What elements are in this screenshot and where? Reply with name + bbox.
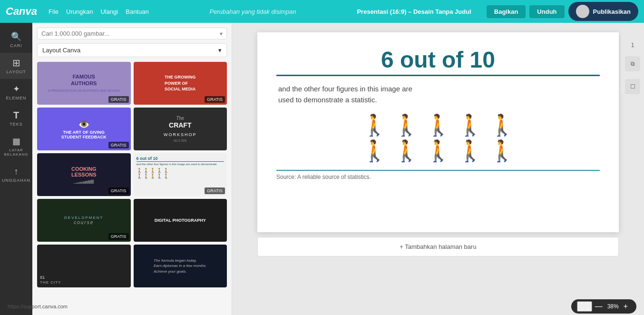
figure-pink-2: 🚶 xyxy=(457,115,483,136)
topnav-menu: File Urungkan Ulangi Bantuan xyxy=(49,8,149,15)
zoom-level: 38% xyxy=(605,303,621,310)
search-icon: 🔍 xyxy=(11,31,21,42)
gratis-badge: GRATIS xyxy=(108,187,129,194)
sidebar-item-layout[interactable]: ⊞ LAYOUT xyxy=(0,53,32,79)
template-label: DIGITAL PHOTOGRAPHY xyxy=(155,218,206,223)
background-icon: ▦ xyxy=(11,136,21,147)
figure-pink-6: 🚶 xyxy=(489,140,515,161)
icon-sidebar: 🔍 CARI ⊞ LAYOUT ✦ ELEMEN T TEKS ▦ LATAR … xyxy=(0,23,32,315)
sidebar-label-unggahan: UNGGAHAN xyxy=(2,178,30,183)
figures-row-1: 🚶 🚶 🚶 🚶 🚶 xyxy=(361,115,515,136)
template-card-city[interactable]: 01THE CITY xyxy=(37,245,131,287)
template-card-quote[interactable]: The formula began today.Earn diplomas in… xyxy=(134,245,227,287)
avatar xyxy=(576,5,589,18)
page-number: 1 xyxy=(631,42,634,49)
gratis-badge: GRATIS xyxy=(205,187,225,194)
topnav: Canva File Urungkan Ulangi Bantuan Perub… xyxy=(0,0,644,23)
template-label: THE ART OF GIVINGSTUDENT FEEDBACK xyxy=(61,130,107,139)
chevron-down-icon: ▾ xyxy=(218,47,222,54)
figure-pink-4: 🚶 xyxy=(425,140,451,161)
right-panel: 1 ⧉ ☐ xyxy=(621,32,644,94)
templates-grid: FAMOUSAUTHORSA PRESENTATION ON AUTHORS A… xyxy=(37,62,227,287)
sidebar-label-teks: TEKS xyxy=(10,122,23,127)
sidebar-item-latar[interactable]: ▦ LATAR BELAKANG xyxy=(0,131,32,161)
figure-pink-3: 🚶 xyxy=(489,115,515,136)
canva-logo: Canva xyxy=(6,5,37,18)
template-card-famous-authors[interactable]: FAMOUSAUTHORSA PRESENTATION ON AUTHORS A… xyxy=(37,62,131,105)
zoom-controls: ⛶ — 38% + xyxy=(571,299,636,314)
template-label: FAMOUSAUTHORSA PRESENTATION ON AUTHORS A… xyxy=(48,73,120,94)
layout-icon: ⊞ xyxy=(11,58,21,68)
copy-slide-button[interactable]: ⧉ xyxy=(625,56,640,71)
figure-blue-4: 🚶 xyxy=(393,140,420,161)
template-card-development[interactable]: DEVELOPMENTcourse GRATIS xyxy=(37,199,131,242)
slide-subtitle: and the other four figures in this image… xyxy=(276,84,600,105)
sidebar-item-cari[interactable]: 🔍 CARI xyxy=(0,27,32,53)
sidebar-item-teks[interactable]: T TEKS xyxy=(0,105,32,131)
sidebar-label-elemen: ELEMEN xyxy=(6,96,26,100)
gratis-badge: GRATIS xyxy=(205,96,225,103)
document-title: Presentasi (16:9) – Desain Tanpa Judul xyxy=(357,8,471,15)
gratis-badge: GRATIS xyxy=(108,142,129,148)
template-card-social-media[interactable]: THE GROWINGPOWER OFSOCIAL MEDIA GRATIS xyxy=(134,62,227,105)
sidebar-label-latar: LATAR BELAKANG xyxy=(0,148,32,157)
support-url[interactable]: https://support.canva.com xyxy=(8,304,68,309)
canvas-area: 6 out of 10 and the other four figures i… xyxy=(232,23,644,315)
sidebar-label-layout: LAYOUT xyxy=(6,69,26,74)
elements-icon: ✦ xyxy=(11,84,21,94)
publikasikan-button[interactable]: Publikasikan xyxy=(568,2,638,21)
figure-blue-2: 🚶 xyxy=(393,115,420,136)
delete-slide-button[interactable]: ☐ xyxy=(625,79,640,94)
search-input[interactable] xyxy=(41,30,220,37)
unduh-button[interactable]: Unduh xyxy=(529,5,564,18)
slide-source: Source: A reliable source of statistics. xyxy=(276,170,600,180)
menu-ulangi[interactable]: Ulangi xyxy=(100,8,118,15)
zoom-out-button[interactable]: — xyxy=(592,302,605,311)
template-card-craft[interactable]: The CRAFTWORKSHOP 00 0 000 xyxy=(134,108,227,150)
fullscreen-button[interactable]: ⛶ xyxy=(577,301,592,312)
figure-blue-3: 🚶 xyxy=(361,140,388,161)
gratis-badge: GRATIS xyxy=(108,96,129,103)
sidebar-label-cari: CARI xyxy=(10,43,22,48)
template-label: 01THE CITY xyxy=(40,275,128,285)
figure-pink-1: 🚶 xyxy=(425,115,451,136)
search-row[interactable]: ▾ xyxy=(37,28,227,39)
gratis-badge: GRATIS xyxy=(108,233,129,240)
template-label: The formula began today.Earn diplomas in… xyxy=(154,258,207,274)
templates-panel: ▾ Layout Canva ▾ FAMOUSAUTHORSA PRESENTA… xyxy=(32,23,232,315)
template-label: COOKINGLESSONS xyxy=(71,166,97,177)
template-card-digital-photography[interactable]: DIGITAL PHOTOGRAPHY xyxy=(134,199,227,242)
slide-title: 6 out of 10 xyxy=(276,47,600,76)
template-card-6outof10[interactable]: 6 out of 10 and the other four figures i… xyxy=(134,153,227,196)
sidebar-item-elemen[interactable]: ✦ ELEMEN xyxy=(0,79,32,105)
chevron-down-icon: ▾ xyxy=(220,30,223,37)
figure-pink-5: 🚶 xyxy=(457,140,483,161)
template-label: THE GROWINGPOWER OFSOCIAL MEDIA xyxy=(165,74,196,92)
add-page-button[interactable]: + Tambahkan halaman baru xyxy=(257,237,619,256)
main-layout: 🔍 CARI ⊞ LAYOUT ✦ ELEMEN T TEKS ▦ LATAR … xyxy=(0,23,644,315)
slide[interactable]: 6 out of 10 and the other four figures i… xyxy=(257,32,619,232)
menu-urungkan[interactable]: Urungkan xyxy=(66,8,93,15)
figures-row-2: 🚶 🚶 🚶 🚶 🚶 xyxy=(361,140,515,161)
template-card-student-feedback[interactable]: 👁️ THE ART OF GIVINGSTUDENT FEEDBACK GRA… xyxy=(37,108,131,150)
topnav-actions: Bagikan Unduh Publikasikan xyxy=(487,2,638,21)
zoom-in-button[interactable]: + xyxy=(621,302,631,311)
unsaved-label: Perubahan yang tidak disimpan xyxy=(156,8,350,15)
text-icon: T xyxy=(11,110,21,120)
sidebar-item-unggahan[interactable]: ↑ UNGGAHAN xyxy=(0,161,32,187)
menu-bantuan[interactable]: Bantuan xyxy=(126,8,148,15)
layout-dropdown[interactable]: Layout Canva ▾ xyxy=(37,43,227,57)
menu-file[interactable]: File xyxy=(49,8,59,15)
upload-icon: ↑ xyxy=(11,166,21,177)
template-label: DEVELOPMENTcourse xyxy=(64,216,103,225)
figure-blue-1: 🚶 xyxy=(361,115,388,136)
figures-section: 🚶 🚶 🚶 🚶 🚶 🚶 🚶 🚶 🚶 🚶 xyxy=(276,115,600,161)
template-label: CRAFTWORKSHOP xyxy=(164,121,197,138)
template-card-cooking[interactable]: COOKINGLESSONS ▁▂▃▄▅▆▇ GRATIS xyxy=(37,153,131,196)
bagikan-button[interactable]: Bagikan xyxy=(487,5,526,18)
